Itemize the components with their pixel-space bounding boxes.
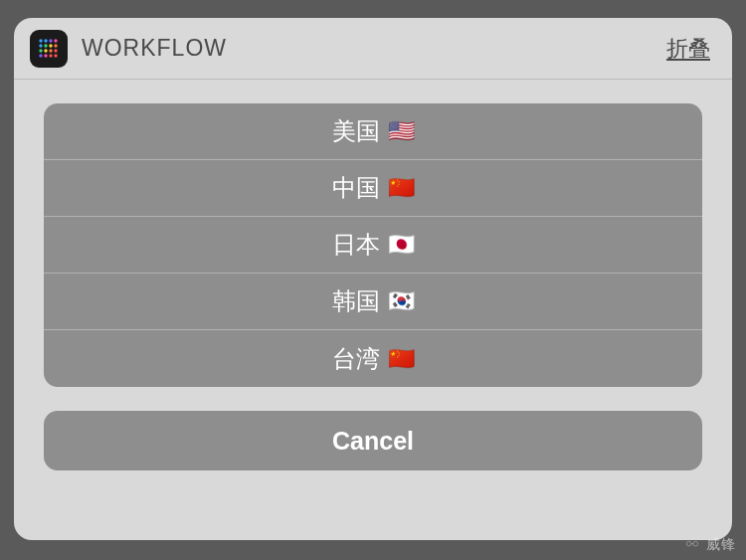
svg-point-9 <box>44 49 47 52</box>
svg-point-4 <box>39 44 42 47</box>
svg-point-6 <box>49 44 52 47</box>
svg-point-14 <box>49 54 52 57</box>
svg-point-1 <box>44 39 47 42</box>
option-label: 台湾 <box>332 343 380 375</box>
option-label: 中国 <box>332 172 380 204</box>
svg-point-10 <box>49 49 52 52</box>
country-option-cn[interactable]: 中国 🇨🇳 <box>44 160 702 217</box>
workflow-grid-icon <box>37 37 61 61</box>
country-option-jp[interactable]: 日本 🇯🇵 <box>44 217 702 274</box>
country-option-tw[interactable]: 台湾 🇨🇳 <box>44 330 702 387</box>
svg-point-8 <box>39 49 42 52</box>
flag-icon: 🇨🇳 <box>388 348 415 370</box>
flag-icon: 🇰🇷 <box>388 290 415 312</box>
widget-title: WORKFLOW <box>82 35 227 62</box>
country-option-list: 美国 🇺🇸 中国 🇨🇳 日本 🇯🇵 韩国 🇰🇷 台湾 🇨🇳 <box>44 103 702 387</box>
watermark-text: 威锋 <box>706 536 736 554</box>
svg-point-13 <box>44 54 47 57</box>
flag-icon: 🇨🇳 <box>388 177 415 199</box>
cancel-button[interactable]: Cancel <box>44 411 702 470</box>
svg-point-2 <box>49 39 52 42</box>
watermark-icon <box>684 537 700 553</box>
svg-point-5 <box>44 44 47 47</box>
option-label: 日本 <box>332 229 380 261</box>
workflow-widget: WORKFLOW 折叠 美国 🇺🇸 中国 🇨🇳 日本 🇯🇵 韩国 🇰🇷 <box>14 18 732 540</box>
svg-point-11 <box>54 49 57 52</box>
svg-point-0 <box>39 39 42 42</box>
workflow-app-icon <box>30 30 68 68</box>
svg-point-16 <box>686 541 691 546</box>
option-label: 韩国 <box>332 285 380 317</box>
collapse-link[interactable]: 折叠 <box>666 34 710 64</box>
widget-content: 美国 🇺🇸 中国 🇨🇳 日本 🇯🇵 韩国 🇰🇷 台湾 🇨🇳 Cancel <box>14 80 732 540</box>
svg-point-7 <box>54 44 57 47</box>
watermark: 威锋 <box>684 536 736 554</box>
svg-point-3 <box>54 39 57 42</box>
svg-point-15 <box>54 54 57 57</box>
country-option-kr[interactable]: 韩国 🇰🇷 <box>44 274 702 330</box>
svg-point-17 <box>693 541 698 546</box>
option-label: 美国 <box>332 115 380 147</box>
flag-icon: 🇯🇵 <box>388 234 415 256</box>
country-option-us[interactable]: 美国 🇺🇸 <box>44 103 702 160</box>
widget-header: WORKFLOW 折叠 <box>14 18 732 80</box>
flag-icon: 🇺🇸 <box>388 120 415 142</box>
svg-point-12 <box>39 54 42 57</box>
